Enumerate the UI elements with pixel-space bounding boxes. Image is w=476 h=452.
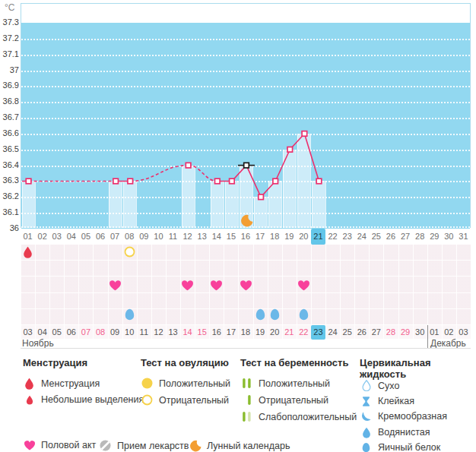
legend-item-label: Отрицательный: [159, 395, 229, 406]
cf-creamy-icon: [360, 411, 373, 422]
egg-white-icon[interactable]: [125, 308, 135, 324]
legend-item-label: Положительный: [159, 378, 230, 389]
ovulation-test-negative-icon[interactable]: [124, 246, 135, 261]
calendar-date-cell[interactable]: 10: [122, 325, 137, 340]
calendar-date-cell[interactable]: 21: [282, 325, 297, 340]
cycle-day-cell[interactable]: 29: [427, 229, 442, 245]
cycle-day-cell[interactable]: 11: [166, 229, 180, 245]
cycle-day-cell[interactable]: 17: [253, 229, 268, 245]
calendar-date-cell[interactable]: 16: [209, 325, 224, 340]
calendar-date-cell[interactable]: 18: [238, 325, 252, 340]
menstruation-drop-icon[interactable]: [23, 246, 33, 261]
cycle-day-cell[interactable]: 10: [151, 229, 166, 245]
calendar-date-cell[interactable]: 23: [311, 325, 325, 340]
y-tick-label: 36.7: [0, 112, 19, 122]
y-tick-label: 37.2: [0, 33, 19, 43]
legend-item-label: Кремообразная: [378, 411, 447, 422]
calendar-date-cell[interactable]: 22: [297, 325, 311, 340]
cycle-day-cell[interactable]: 04: [64, 229, 78, 245]
legend-item-label: Слабоположительный: [259, 412, 357, 422]
legend-item-label: Положительный: [259, 378, 330, 389]
legend-item-label: Небольшие выделения: [41, 394, 144, 405]
legend-item: Отрицательный: [141, 394, 229, 406]
calendar-date-cell[interactable]: 17: [224, 325, 238, 340]
cycle-day-cell[interactable]: 31: [456, 229, 471, 245]
calendar-date-cell[interactable]: 15: [195, 325, 209, 340]
calendar-date-cell[interactable]: 25: [340, 325, 354, 340]
y-tick-label: 36.9: [0, 80, 19, 90]
calendar-date-cell[interactable]: 29: [398, 325, 413, 340]
cf-eggwhite-icon: [360, 442, 373, 452]
cycle-day-cell[interactable]: 28: [413, 229, 427, 245]
legend-item: Отрицательный: [240, 394, 328, 406]
cf-watery-icon: [360, 427, 373, 438]
cf-sticky-icon: [360, 396, 373, 407]
circle-yellow-open-icon: [141, 394, 154, 406]
y-tick-label: 37.1: [0, 49, 19, 59]
cycle-day-cell[interactable]: 06: [93, 229, 107, 245]
cycle-day-cell[interactable]: 21: [311, 229, 325, 245]
intercourse-heart-icon[interactable]: [297, 280, 310, 294]
cycle-day-cell[interactable]: 14: [209, 229, 224, 245]
cycle-day-cell[interactable]: 19: [282, 229, 297, 245]
chart-bottom-border: [21, 348, 471, 349]
cycle-day-cell[interactable]: 25: [369, 229, 383, 245]
calendar-date-cell[interactable]: 07: [78, 325, 93, 340]
cycle-day-cell[interactable]: 05: [78, 229, 93, 245]
legend-item: Слабоположительный: [240, 411, 357, 422]
y-tick-label: 36.3: [0, 175, 19, 185]
calendar-date-cell[interactable]: 14: [180, 325, 195, 340]
calendar-date-cell[interactable]: 28: [383, 325, 398, 340]
legend-item: Положительный: [141, 378, 230, 389]
calendar-date-cell[interactable]: 20: [268, 325, 282, 340]
legend-group-title: Менструация: [23, 357, 87, 368]
cycle-day-cell[interactable]: 23: [340, 229, 354, 245]
calendar-date-cell[interactable]: 13: [166, 325, 180, 340]
calendar-date-cell[interactable]: 30: [413, 325, 427, 340]
cycle-day-cell[interactable]: 26: [383, 229, 398, 245]
calendar-date-cell[interactable]: 06: [64, 325, 78, 340]
calendar-date-cell[interactable]: 08: [93, 325, 107, 340]
calendar-date-cell[interactable]: 19: [253, 325, 268, 340]
drop-red-small-icon: [23, 395, 36, 405]
calendar-date-cell[interactable]: 11: [137, 325, 151, 340]
cycle-day-cell[interactable]: 30: [442, 229, 456, 245]
egg-white-icon[interactable]: [270, 308, 280, 324]
temperature-line[interactable]: [21, 4, 471, 229]
calendar-date-cell[interactable]: 27: [369, 325, 383, 340]
calendar-date-cell[interactable]: 24: [325, 325, 340, 340]
cycle-day-cell[interactable]: 13: [195, 229, 209, 245]
cycle-day-cell[interactable]: 27: [398, 229, 413, 245]
intercourse-heart-icon[interactable]: [109, 280, 122, 294]
legend-item-label: Водянистая: [378, 427, 430, 438]
y-tick-label: 36.8: [0, 96, 19, 106]
cycle-day-cell[interactable]: 20: [297, 229, 311, 245]
cycle-day-cell[interactable]: 08: [122, 229, 137, 245]
cycle-day-cell[interactable]: 03: [49, 229, 64, 245]
intercourse-heart-icon[interactable]: [210, 280, 223, 294]
pill-gray-icon: [99, 440, 112, 451]
cycle-day-cell[interactable]: 15: [224, 229, 238, 245]
calendar-date-cell[interactable]: 09: [108, 325, 122, 340]
y-tick-label: 36.5: [0, 144, 19, 154]
cycle-day-cell[interactable]: 18: [268, 229, 282, 245]
egg-white-icon[interactable]: [255, 308, 265, 324]
cycle-day-cell[interactable]: 12: [180, 229, 195, 245]
intercourse-heart-icon[interactable]: [181, 280, 194, 294]
calendar-date-cell[interactable]: 12: [151, 325, 166, 340]
calendar-date-cell[interactable]: 26: [354, 325, 369, 340]
legend-item-label: Отрицательный: [259, 395, 328, 406]
pt-weak-icon: [240, 411, 253, 422]
legend-item-label: Лунный календарь: [207, 441, 290, 451]
egg-white-icon[interactable]: [299, 308, 309, 324]
y-tick-label: 36.1: [0, 207, 19, 217]
legend-item-label: Яичный белок: [378, 442, 440, 452]
intercourse-heart-icon[interactable]: [240, 280, 252, 294]
cycle-day-cell[interactable]: 22: [325, 229, 340, 245]
cycle-day-cell[interactable]: 01: [21, 229, 35, 245]
cycle-day-cell[interactable]: 09: [137, 229, 151, 245]
cycle-day-cell[interactable]: 07: [108, 229, 122, 245]
cycle-day-cell[interactable]: 24: [354, 229, 369, 245]
cycle-day-cell[interactable]: 16: [238, 229, 252, 245]
cycle-day-cell[interactable]: 02: [35, 229, 49, 245]
